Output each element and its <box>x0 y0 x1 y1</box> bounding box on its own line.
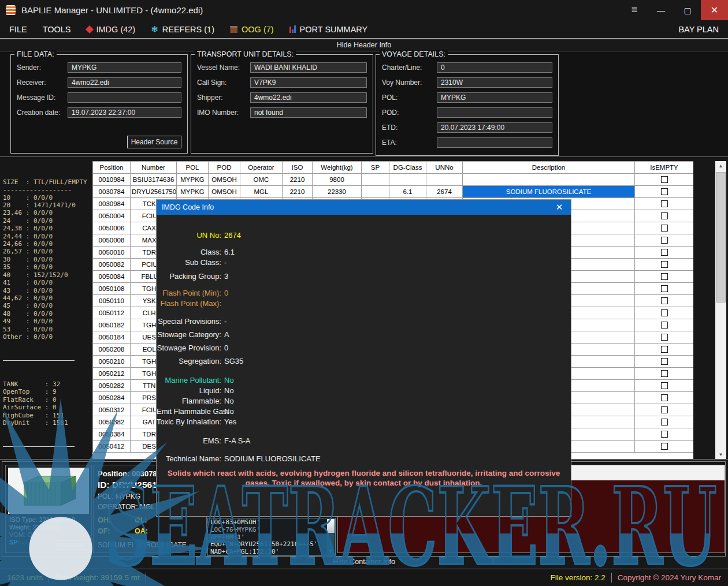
isempty-checkbox[interactable] <box>661 443 668 450</box>
isempty-checkbox[interactable] <box>661 273 668 280</box>
menu-imdg[interactable]: IMDG (42) <box>87 25 136 34</box>
maximize-button[interactable]: ▢ <box>674 0 701 20</box>
text-input[interactable]: 19.07.2023 22:37:00 <box>68 107 181 118</box>
menu-reefers[interactable]: ❄ REEFERS (1) <box>151 25 214 34</box>
text-input[interactable]: 4wmo22.edi <box>250 92 367 103</box>
column-header[interactable]: Description <box>463 162 635 174</box>
cell-iso: 2210 <box>283 174 313 186</box>
dialog-line: Marine Pollutant: No <box>157 375 571 386</box>
scroll-up-icon[interactable]: ▲ <box>715 161 726 171</box>
cell-position: 0050110 <box>93 295 131 307</box>
menu-oog[interactable]: OOG (7) <box>230 25 274 34</box>
cell-position: 0050182 <box>93 319 131 331</box>
isempty-checkbox[interactable] <box>661 176 668 183</box>
column-header[interactable]: Position <box>93 162 131 174</box>
sidebar-line: 35 : 0/0/0 <box>3 263 92 271</box>
isempty-checkbox[interactable] <box>661 225 668 232</box>
edi-scrollbar-thumb[interactable] <box>327 519 335 533</box>
transport-unit-group: TRANSPORT UNIT DETAILS: Vessel Name: WAD… <box>191 54 373 154</box>
text-input[interactable] <box>437 107 552 118</box>
isempty-checkbox[interactable] <box>661 346 668 353</box>
text-input[interactable] <box>437 137 552 148</box>
isempty-checkbox[interactable] <box>661 419 668 425</box>
column-header[interactable]: Operator <box>240 162 283 174</box>
column-header[interactable]: POL <box>177 162 209 174</box>
text-input[interactable]: not found <box>250 107 367 118</box>
isempty-checkbox[interactable] <box>661 237 668 244</box>
iso-data-button[interactable]: ISO DATA <box>51 540 88 550</box>
minimize-button[interactable]: — <box>648 0 674 20</box>
text-input[interactable]: MYPKG <box>68 62 181 73</box>
hide-container-info-button[interactable]: Hide Container Info <box>0 558 728 568</box>
isempty-checkbox[interactable] <box>661 297 668 304</box>
header-source-button[interactable]: Header Source <box>127 136 181 148</box>
isempty-checkbox[interactable] <box>661 309 668 316</box>
isempty-checkbox[interactable] <box>661 406 668 413</box>
menu-tools[interactable]: TOOLS <box>43 25 71 34</box>
dialog-line: Flammable: No <box>157 396 571 406</box>
column-header[interactable]: POD <box>209 162 240 174</box>
menu-bay-plan[interactable]: BAY PLAN <box>678 25 719 34</box>
column-header[interactable]: SP <box>362 162 389 174</box>
edi-scrollbar[interactable]: ▼ <box>327 519 335 555</box>
edi-source-box[interactable]: LOC+83+OMSOH'LOC+76+MYPKG'RFF+BM:1'EQD+C… <box>207 518 336 556</box>
window-menu-button[interactable]: ≡ <box>621 0 648 20</box>
isempty-checkbox[interactable] <box>661 431 668 438</box>
table-scrollbar[interactable]: ▲ ▼ <box>715 161 726 460</box>
dialog-line-value: SG35 <box>224 356 243 367</box>
text-input[interactable]: 20.07.2023 17:49:00 <box>437 122 552 133</box>
dialog-line-label: Stowage Category: <box>157 330 221 340</box>
text-input[interactable]: WADI BANI KHALID <box>250 62 367 73</box>
column-header[interactable]: IsEMPTY <box>635 162 694 174</box>
isempty-checkbox[interactable] <box>661 212 668 219</box>
isempty-checkbox[interactable] <box>661 358 668 365</box>
hide-header-info-button[interactable]: Hide Header Info <box>0 39 728 52</box>
table-row[interactable]: 0010984 BSIU3174636 MYPKG OMSOH OMC 2210… <box>93 174 694 186</box>
isempty-checkbox[interactable] <box>661 322 668 329</box>
isempty-checkbox[interactable] <box>661 394 668 401</box>
dialog-titlebar[interactable]: IMDG Code Info ✕ <box>157 200 571 215</box>
column-header[interactable]: UNNo <box>426 162 463 174</box>
sidebar-line: Other : 0/0/0 <box>3 333 92 341</box>
cell-position: 0030784 <box>93 186 131 198</box>
cell-isempty <box>635 271 694 283</box>
cell-position: 0050108 <box>93 283 131 295</box>
container-visual-card: ISO Type: 2210 (20DV) Weight: 22,330 kg … <box>5 465 92 553</box>
scroll-down-icon[interactable]: ▼ <box>715 450 726 460</box>
cargo-box-icon <box>230 26 237 33</box>
dialog-close-button[interactable]: ✕ <box>548 200 571 215</box>
isempty-checkbox[interactable] <box>661 200 668 207</box>
column-header[interactable]: ISO <box>283 162 313 174</box>
isempty-checkbox[interactable] <box>661 334 668 341</box>
header-info-panel: Hide Header Info FILE DATA: Sender: MYPK… <box>0 39 728 156</box>
table-row[interactable]: 0030784 DRYU2561750 MYPKG OMSOH MGL 2210… <box>93 186 694 198</box>
sidebar-line: AirSurface : 0 <box>3 404 92 411</box>
sidebar-line: 20 : 1471/1471/0 <box>3 201 92 209</box>
menu-file[interactable]: FILE <box>9 25 27 34</box>
isempty-checkbox[interactable] <box>661 261 668 268</box>
column-header[interactable]: Weight(kg) <box>313 162 362 174</box>
isempty-checkbox[interactable] <box>661 285 668 292</box>
cell-isempty <box>635 174 694 186</box>
hazard-description: Solids which react with acids, evolving … <box>157 468 571 488</box>
dialog-line: Special Provisions: - <box>157 316 571 327</box>
cell-position: 0050010 <box>93 247 131 259</box>
menu-port-summary[interactable]: PORT SUMMARY <box>289 25 368 34</box>
sidebar-line: OpenTop : 9 <box>3 388 92 395</box>
field-label: Message ID: <box>17 94 68 102</box>
isempty-checkbox[interactable] <box>661 370 668 377</box>
close-button[interactable]: ✕ <box>701 0 728 20</box>
text-input[interactable]: V7PK9 <box>250 77 367 88</box>
text-input[interactable]: MYPKG <box>437 92 552 103</box>
edi-scroll-down-icon[interactable]: ▼ <box>327 547 335 555</box>
text-input[interactable] <box>68 92 181 103</box>
text-input[interactable]: 4wmo22.edi <box>68 77 181 88</box>
isempty-checkbox[interactable] <box>661 382 668 389</box>
scrollbar-thumb[interactable] <box>716 172 726 303</box>
text-input[interactable]: 0 <box>437 62 552 73</box>
column-header[interactable]: DG-Class <box>389 162 426 174</box>
text-input[interactable]: 2310W <box>437 77 552 88</box>
isempty-checkbox[interactable] <box>661 188 668 195</box>
column-header[interactable]: Number <box>131 162 177 174</box>
isempty-checkbox[interactable] <box>661 249 668 256</box>
